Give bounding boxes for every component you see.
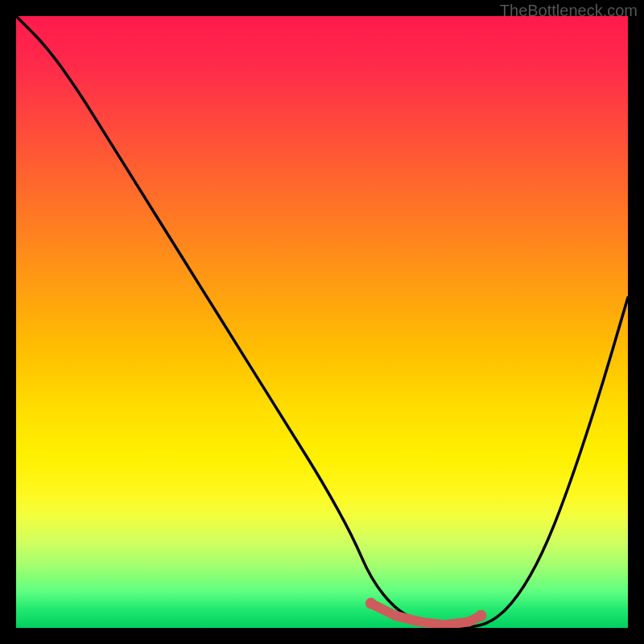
bottleneck-curve [16,16,628,628]
optimal-band [371,604,481,625]
curve-overlay [16,16,628,628]
chart-plot-area [16,16,628,628]
watermark-text: TheBottleneck.com [500,2,638,20]
optimal-marker-dot [365,598,377,609]
optimal-zone-markers [365,598,487,625]
optimal-marker-dot [476,610,487,621]
